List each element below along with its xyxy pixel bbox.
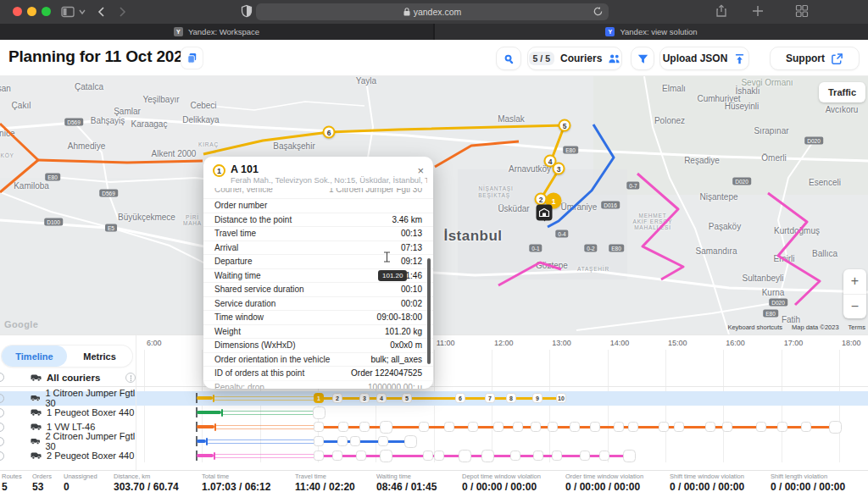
route-stop[interactable] (459, 450, 471, 462)
route-stop[interactable] (552, 451, 562, 461)
route-stop[interactable]: 4 (376, 393, 387, 403)
close-icon[interactable]: × (417, 164, 424, 177)
map-stop-marker[interactable]: 6 (323, 126, 336, 139)
route-stop[interactable] (599, 451, 609, 461)
route-stop[interactable]: 2 (332, 393, 342, 403)
forward-button[interactable] (115, 5, 129, 19)
route-stop[interactable] (533, 451, 543, 461)
depot-marker[interactable] (537, 205, 553, 221)
terms-link[interactable]: Terms (849, 323, 865, 331)
route-stop[interactable] (314, 422, 324, 432)
back-button[interactable] (95, 5, 108, 19)
filter-button[interactable] (631, 47, 654, 70)
route-stop[interactable] (314, 451, 324, 461)
route-stop[interactable] (756, 422, 766, 432)
route-stop[interactable]: 1 (314, 393, 324, 403)
keyboard-shortcuts-link[interactable]: Keyboard shortcuts (727, 323, 782, 331)
route-stop[interactable] (705, 422, 715, 432)
route-stop[interactable] (590, 422, 600, 432)
route-stop[interactable] (423, 451, 433, 461)
route-stop[interactable] (801, 422, 811, 432)
route-stop[interactable] (777, 422, 787, 432)
chevron-down-icon[interactable] (78, 5, 86, 19)
zoom-in-button[interactable]: + (843, 269, 866, 295)
upload-json-button[interactable]: Upload JSON (659, 47, 749, 70)
window-minimize-button[interactable] (27, 7, 36, 16)
map-canvas[interactable]: asanÇatalcaÇakılyeniceAKÖYYeşilbayırŞaml… (0, 76, 868, 334)
route-stop[interactable] (359, 422, 370, 432)
route-stop[interactable] (570, 422, 580, 432)
address-bar[interactable]: yandex.com (256, 3, 609, 20)
courier-row[interactable]: 1 Peugeot Boxer 440 (0, 406, 136, 420)
route-stop[interactable] (332, 451, 342, 461)
sidebar-icon[interactable] (61, 5, 75, 19)
route-stop[interactable] (481, 450, 494, 462)
route-stop[interactable]: 8 (506, 393, 516, 403)
route-stop[interactable] (338, 422, 348, 432)
route-stop[interactable] (674, 422, 684, 432)
visibility-eye-icon[interactable] (0, 451, 4, 461)
reload-icon[interactable] (593, 6, 604, 17)
route-stop[interactable]: 3 (359, 393, 370, 403)
privacy-shield-icon[interactable] (240, 4, 253, 18)
route-stop[interactable]: 6 (455, 393, 465, 403)
courier-row[interactable]: 2 Peugeot Boxer 440 (0, 449, 136, 463)
all-couriers-row[interactable]: All couriers (0, 370, 136, 384)
route-stop[interactable] (829, 421, 842, 434)
route-stop[interactable]: 10 (556, 393, 566, 403)
route-stop[interactable] (513, 422, 523, 432)
visibility-eye-icon[interactable] (0, 394, 4, 403)
route-stop[interactable] (628, 422, 638, 432)
map-stop-marker[interactable]: 3 (553, 163, 565, 175)
search-button[interactable] (496, 47, 521, 70)
route-stop[interactable] (722, 422, 732, 432)
route-stop[interactable] (493, 422, 504, 432)
route-stop[interactable]: 7 (485, 393, 495, 403)
visibility-eye-icon[interactable] (0, 373, 4, 382)
map-stop-marker[interactable]: 5 (559, 119, 571, 132)
popup-scrollbar[interactable] (427, 258, 431, 364)
window-close-button[interactable] (13, 7, 22, 16)
route-stop[interactable] (659, 422, 669, 432)
tab-timeline[interactable]: Timeline (2, 346, 67, 367)
route-stop[interactable] (313, 406, 326, 419)
courier-row[interactable]: 2 Citroen Jumper Fgtl 30 (0, 434, 136, 449)
courier-row[interactable]: 1 Citroen Jumper Fgtl 30 (0, 391, 136, 406)
row-menu-icon[interactable] (125, 373, 136, 383)
route-stop[interactable] (434, 451, 444, 461)
route-stop[interactable]: 5 (402, 393, 412, 403)
share-icon[interactable] (715, 4, 728, 18)
traffic-toggle-button[interactable]: Traffic (819, 82, 865, 102)
window-zoom-button[interactable] (42, 7, 51, 16)
couriers-button[interactable]: 5 / 5 Couriers (527, 47, 622, 70)
route-stop[interactable] (623, 450, 636, 462)
route-stop[interactable] (531, 422, 541, 432)
route-stop[interactable]: 9 (532, 393, 542, 403)
tab-yandex-workspace[interactable]: Y Yandex: Workspace (0, 24, 433, 40)
visibility-eye-icon[interactable] (0, 437, 4, 446)
visibility-eye-icon[interactable] (0, 408, 4, 417)
route-stop[interactable] (356, 451, 366, 461)
route-stop[interactable] (380, 450, 392, 462)
route-stop[interactable] (510, 451, 520, 461)
tab-yandex-view-solution[interactable]: Y Yandex: view solution (435, 24, 868, 40)
zoom-out-button[interactable]: − (843, 295, 866, 319)
route-stop[interactable] (378, 436, 388, 446)
tab-overview-icon[interactable] (795, 4, 809, 18)
route-stop[interactable] (350, 436, 360, 446)
tab-metrics[interactable]: Metrics (67, 346, 132, 367)
copy-button[interactable] (181, 47, 203, 69)
support-button[interactable]: Support (770, 47, 860, 70)
route-stop[interactable] (468, 422, 478, 432)
route-stop[interactable] (548, 422, 558, 432)
visibility-eye-icon[interactable] (0, 423, 4, 432)
route-stop[interactable] (404, 435, 417, 448)
route-stop[interactable] (314, 436, 324, 446)
route-stop[interactable] (380, 421, 392, 434)
route-stop[interactable] (337, 436, 348, 446)
route-stop[interactable] (614, 422, 624, 432)
route-stop[interactable] (580, 451, 590, 461)
route-stop[interactable] (419, 422, 429, 432)
new-tab-icon[interactable] (751, 4, 765, 18)
route-stop[interactable] (444, 422, 454, 432)
